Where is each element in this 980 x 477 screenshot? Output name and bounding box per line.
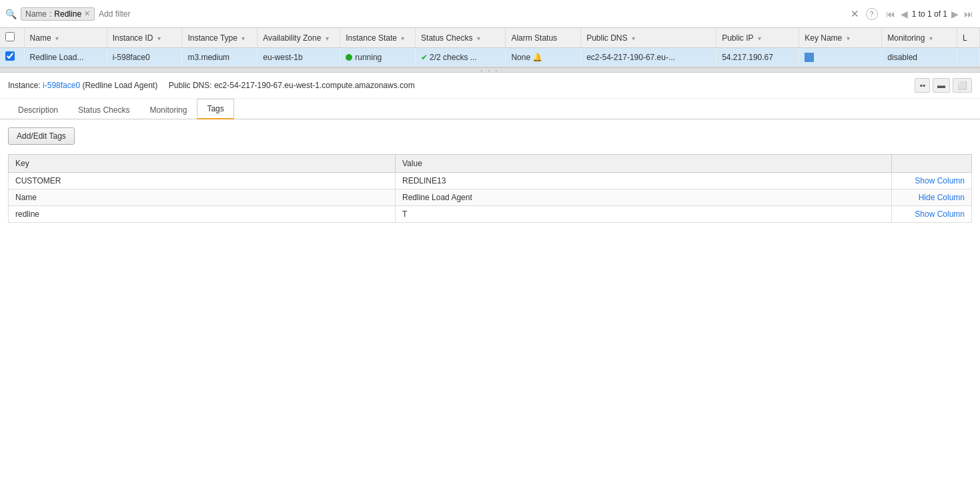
tabs-bar: Description Status Checks Monitoring Tag… bbox=[0, 99, 980, 119]
tags-content: Add/Edit Tags Key Value CUSTOMER REDLINE… bbox=[0, 119, 980, 477]
sort-arrow-status: ▾ bbox=[477, 35, 480, 42]
pagination-text: 1 to 1 of 1 bbox=[912, 9, 947, 19]
tag-key: CUSTOMER bbox=[9, 173, 396, 189]
col-header-keyname[interactable]: Key Name ▾ bbox=[799, 28, 882, 48]
sort-arrow-state: ▾ bbox=[401, 35, 404, 42]
row-extra bbox=[957, 48, 980, 67]
col-header-extra[interactable]: L bbox=[957, 28, 980, 48]
tag-key: redline bbox=[9, 206, 396, 223]
tags-table-row: CUSTOMER REDLINE13 Show Column bbox=[9, 173, 972, 189]
filter-separator: : bbox=[49, 9, 51, 19]
filter-bar-right: ✕ ? ⏮ ◀ 1 to 1 of 1 ▶ ⏭ bbox=[851, 8, 975, 20]
row-instance-type: m3.medium bbox=[182, 48, 258, 67]
tags-col-header-action bbox=[892, 155, 972, 173]
col-header-instance-type[interactable]: Instance Type ▾ bbox=[182, 28, 258, 48]
sort-arrow-keyname: ▾ bbox=[847, 35, 850, 42]
view-icon-split-button[interactable]: ▪▪ bbox=[915, 78, 930, 93]
instance-id-link[interactable]: i-598face0 bbox=[43, 81, 80, 90]
table-row[interactable]: Redline Load... i-598face0 m3.medium eu-… bbox=[0, 48, 980, 67]
select-all-checkbox-header[interactable] bbox=[0, 28, 24, 48]
dns-label: Public DNS: bbox=[169, 81, 212, 90]
tag-action[interactable]: Show Column bbox=[892, 206, 972, 223]
row-monitoring: disabled bbox=[882, 48, 957, 67]
last-page-button[interactable]: ⏭ bbox=[963, 9, 975, 19]
sort-arrow-name: ▾ bbox=[55, 35, 59, 42]
alarm-icon: 🔔 bbox=[532, 53, 542, 62]
status-check-icon: ✔ bbox=[421, 53, 428, 62]
col-header-alarm[interactable]: Alarm Status bbox=[506, 28, 581, 48]
add-filter-input[interactable] bbox=[99, 9, 847, 19]
tag-action[interactable]: Hide Column bbox=[892, 189, 972, 206]
filter-value: Redline bbox=[54, 9, 81, 19]
sort-arrow-dns: ▾ bbox=[632, 35, 635, 42]
instance-info-text: Instance: i-598face0 (Redline Load Agent… bbox=[8, 81, 415, 90]
clear-filter-icon[interactable]: ✕ bbox=[851, 8, 859, 20]
active-filter-tag[interactable]: Name : Redline ✕ bbox=[21, 7, 95, 21]
instances-table-area: Name ▾ Instance ID ▾ Instance Type ▾ Ava… bbox=[0, 28, 980, 67]
pagination-nav: ⏮ ◀ 1 to 1 of 1 ▶ ⏭ bbox=[885, 9, 975, 19]
filter-bar: 🔍 Name : Redline ✕ ✕ ? ⏮ ◀ 1 to 1 of 1 ▶… bbox=[0, 0, 980, 28]
row-status: ✔2/2 checks ... bbox=[416, 48, 506, 67]
panel-view-icons: ▪▪ ▬ ⬜ bbox=[915, 78, 972, 93]
help-icon[interactable]: ? bbox=[866, 8, 878, 20]
row-checkbox-cell[interactable] bbox=[0, 48, 24, 67]
instance-info-bar: Instance: i-598face0 (Redline Load Agent… bbox=[0, 73, 980, 99]
table-header-row: Name ▾ Instance ID ▾ Instance Type ▾ Ava… bbox=[0, 28, 980, 48]
row-name: Redline Load... bbox=[24, 48, 107, 67]
tab-tags[interactable]: Tags bbox=[197, 99, 233, 119]
bottom-panel: Instance: i-598face0 (Redline Load Agent… bbox=[0, 73, 980, 477]
resize-bar[interactable]: • • • bbox=[0, 67, 980, 73]
row-ip: 54.217.190.67 bbox=[716, 48, 799, 67]
public-dns-value: ec2-54-217-190-67.eu-west-1.compute.amaz… bbox=[214, 81, 415, 90]
sort-arrow-type: ▾ bbox=[241, 35, 245, 42]
col-header-name[interactable]: Name ▾ bbox=[24, 28, 107, 48]
col-header-ip[interactable]: Public IP ▾ bbox=[716, 28, 799, 48]
sort-arrow-id: ▾ bbox=[157, 35, 161, 42]
tags-table-row: redline T Show Column bbox=[9, 206, 972, 223]
row-keyname bbox=[799, 48, 882, 67]
tags-table-row: Name Redline Load Agent Hide Column bbox=[9, 189, 972, 206]
row-dns: ec2-54-217-190-67.eu-... bbox=[581, 48, 716, 67]
keyname-badge-icon bbox=[805, 53, 814, 62]
instances-table: Name ▾ Instance ID ▾ Instance Type ▾ Ava… bbox=[0, 28, 980, 67]
tab-description[interactable]: Description bbox=[8, 100, 68, 119]
add-edit-tags-button[interactable]: Add/Edit Tags bbox=[8, 127, 75, 145]
tags-table-header: Key Value bbox=[9, 155, 972, 173]
tab-monitoring[interactable]: Monitoring bbox=[139, 100, 197, 119]
next-page-button[interactable]: ▶ bbox=[950, 9, 960, 19]
prev-page-button[interactable]: ◀ bbox=[899, 9, 909, 19]
filter-key: Name bbox=[25, 9, 47, 19]
col-header-dns[interactable]: Public DNS ▾ bbox=[581, 28, 716, 48]
col-header-state[interactable]: Instance State ▾ bbox=[340, 28, 416, 48]
row-az: eu-west-1b bbox=[258, 48, 340, 67]
row-instance-id: i-598face0 bbox=[107, 48, 182, 67]
col-header-instance-id[interactable]: Instance ID ▾ bbox=[107, 28, 182, 48]
tags-table: Key Value CUSTOMER REDLINE13 Show Column… bbox=[8, 154, 972, 223]
col-header-monitoring[interactable]: Monitoring ▾ bbox=[882, 28, 957, 48]
tags-col-header-key: Key bbox=[9, 155, 396, 173]
tag-key: Name bbox=[9, 189, 396, 206]
sort-arrow-monitoring: ▾ bbox=[929, 35, 933, 42]
row-checkbox[interactable] bbox=[5, 51, 15, 61]
sort-arrow-az: ▾ bbox=[326, 35, 329, 42]
tag-value: T bbox=[396, 206, 892, 223]
tag-value: REDLINE13 bbox=[396, 173, 892, 189]
sort-arrow-ip: ▾ bbox=[758, 35, 761, 42]
tags-col-header-value: Value bbox=[396, 155, 892, 173]
filter-remove-icon[interactable]: ✕ bbox=[84, 9, 90, 18]
col-header-status[interactable]: Status Checks ▾ bbox=[416, 28, 506, 48]
instance-name-paren: (Redline Load Agent) bbox=[82, 81, 157, 90]
tag-action[interactable]: Show Column bbox=[892, 173, 972, 189]
row-alarm: None 🔔 bbox=[506, 48, 581, 67]
first-page-button[interactable]: ⏮ bbox=[885, 9, 897, 19]
state-dot-icon bbox=[346, 54, 352, 61]
tag-value: Redline Load Agent bbox=[396, 189, 892, 206]
view-icon-expand-button[interactable]: ⬜ bbox=[953, 78, 972, 93]
instance-label: Instance: bbox=[8, 81, 41, 90]
search-icon: 🔍 bbox=[5, 9, 17, 19]
view-icon-stack-button[interactable]: ▬ bbox=[933, 78, 950, 93]
row-state: running bbox=[340, 48, 416, 67]
select-all-checkbox[interactable] bbox=[5, 32, 15, 41]
col-header-az[interactable]: Availability Zone ▾ bbox=[258, 28, 340, 48]
tab-status-checks[interactable]: Status Checks bbox=[68, 100, 139, 119]
